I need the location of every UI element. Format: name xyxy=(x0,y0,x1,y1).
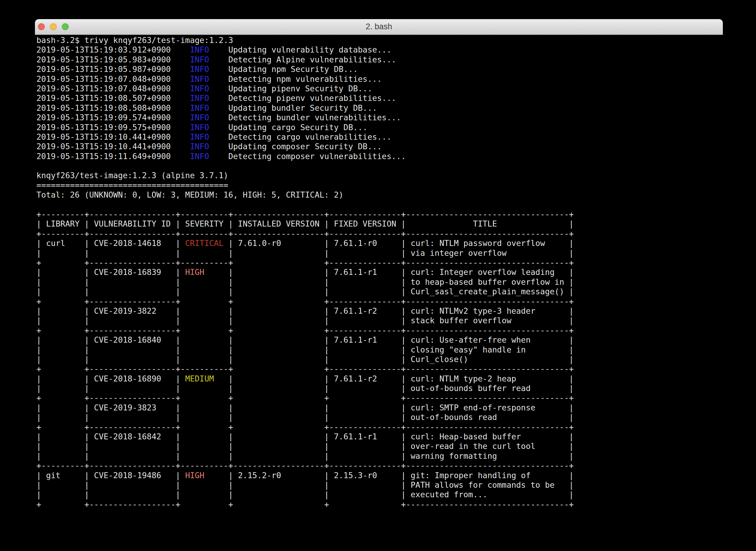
log-line: 2019-05-13T15:19:03.912+0900 INFO Updati… xyxy=(36,45,723,55)
log-timestamp: 2019-05-13T15:19:09.575+0900 xyxy=(36,123,171,132)
log-timestamp: 2019-05-13T15:19:03.912+0900 xyxy=(36,45,171,54)
blank-line xyxy=(36,161,723,171)
severity-cell: HIGH xyxy=(185,267,204,277)
table-border: +---------+------------------+----------… xyxy=(36,209,723,219)
prompt-line: bash-3.2$ trivy knqyf263/test-image:1.2.… xyxy=(36,35,723,45)
table-separator: + +------------------+----------+ +-----… xyxy=(36,258,723,267)
table-separator: + +------------------+ + + +------------… xyxy=(36,393,723,403)
log-timestamp: 2019-05-13T15:19:08.507+0900 xyxy=(36,93,171,103)
log-message: Detecting pipenv vulnerabilities... xyxy=(209,93,396,103)
log-level: INFO xyxy=(190,103,209,112)
log-line: 2019-05-13T15:19:05.983+0900 INFO Detect… xyxy=(36,55,723,64)
table-separator: + +------------------+ + +--------------… xyxy=(36,326,723,335)
title-bar[interactable]: 2. bash xyxy=(35,19,723,35)
log-message: Detecting bundler vulnerabilities... xyxy=(209,113,401,122)
log-message: Detecting composer vulnerabilities... xyxy=(209,152,406,161)
artifact-name: knqyf263/test-image:1.2.3 (alpine 3.7.1) xyxy=(36,171,229,180)
window-title: 2. bash xyxy=(35,19,723,34)
table-row-line: | | | | | | Curl_sasl_create_plain_messa… xyxy=(36,287,723,297)
log-timestamp: 2019-05-13T15:19:07.048+0900 xyxy=(36,74,171,84)
log-line: 2019-05-13T15:19:09.574+0900 INFO Detect… xyxy=(36,113,723,122)
table-row-line: | | CVE-2018-16839 | HIGH | | 7.61.1-r1 … xyxy=(36,267,723,277)
log-line: 2019-05-13T15:19:10.441+0900 INFO Updati… xyxy=(36,142,723,151)
vulnerability-summary: Total: 26 (UNKNOWN: 0, LOW: 3, MEDIUM: 1… xyxy=(36,190,343,199)
log-timestamp: 2019-05-13T15:19:11.649+0900 xyxy=(36,152,171,161)
log-level: INFO xyxy=(190,55,209,64)
log-line: 2019-05-13T15:19:11.649+0900 INFO Detect… xyxy=(36,152,723,161)
terminal-screen[interactable]: bash-3.2$ trivy knqyf263/test-image:1.2.… xyxy=(35,35,723,551)
log-level: INFO xyxy=(190,64,209,74)
terminal-output: bash-3.2$ trivy knqyf263/test-image:1.2.… xyxy=(36,35,723,509)
log-timestamp: 2019-05-13T15:19:09.574+0900 xyxy=(36,113,171,122)
log-line: 2019-05-13T15:19:08.507+0900 INFO Detect… xyxy=(36,93,723,103)
log-timestamp: 2019-05-13T15:19:05.983+0900 xyxy=(36,55,171,64)
artifact-underline: ======================================== xyxy=(36,180,723,190)
log-message: Updating composer Security DB... xyxy=(209,142,382,151)
table-row-line: | | | | | | PATH allows for commands to … xyxy=(36,480,723,490)
log-message: Detecting cargo vulnerabilities... xyxy=(209,132,391,141)
log-message: Updating cargo Security DB... xyxy=(209,123,367,132)
table-border: +---------+------------------+----------… xyxy=(36,229,723,238)
severity-cell: HIGH xyxy=(185,471,204,480)
log-message: Detecting npm vulnerabilities... xyxy=(209,74,382,84)
table-row-line: | | | | | | executed from... | xyxy=(36,490,723,499)
table-separator: +---------+------------------+----------… xyxy=(36,461,723,470)
log-level: INFO xyxy=(190,132,209,141)
table-separator: + +------------------+ + +--------------… xyxy=(36,297,723,306)
table-row-line: | | | | | | closing "easy" handle in | xyxy=(36,345,723,355)
table-row-line: | | | | | | stack buffer overflow | xyxy=(36,316,723,325)
table-row-line: | | | | | | warning formatting | xyxy=(36,451,723,461)
log-level: INFO xyxy=(190,74,209,84)
log-level: INFO xyxy=(190,45,209,54)
log-timestamp: 2019-05-13T15:19:07.048+0900 xyxy=(36,84,171,93)
log-line: 2019-05-13T15:19:09.575+0900 INFO Updati… xyxy=(36,123,723,132)
log-message: Updating bundler Security DB... xyxy=(209,103,377,112)
table-row-line: | | CVE-2019-3823 | | | | curl: SMTP end… xyxy=(36,403,723,413)
table-row-line: | git | CVE-2018-19486 | HIGH | 2.15.2-r… xyxy=(36,471,723,480)
table-row-line: | | CVE-2018-16840 | | | 7.61.1-r1 | cur… xyxy=(36,335,723,345)
table-row-line: | | | | | | to heap-based buffer overflo… xyxy=(36,277,723,287)
table-separator: + +------------------+----------+ +-----… xyxy=(36,364,723,374)
table-row-line: | | CVE-2018-16842 | | | 7.61.1-r1 | cur… xyxy=(36,432,723,442)
log-message: Updating vulnerability database... xyxy=(209,45,391,54)
log-line: 2019-05-13T15:19:10.441+0900 INFO Detect… xyxy=(36,132,723,142)
table-row-line: | | | | | | out-of-bounds read | xyxy=(36,413,723,422)
log-line: 2019-05-13T15:19:07.048+0900 INFO Updati… xyxy=(36,84,723,93)
log-message: Updating pipenv Security DB... xyxy=(209,84,372,93)
blank-line xyxy=(36,200,723,209)
log-level: INFO xyxy=(190,93,209,103)
log-message: Updating npm Security DB... xyxy=(209,64,358,74)
table-row-line: | | | | | | via integer overflow | xyxy=(36,248,723,258)
table-row-line: | curl | CVE-2018-14618 | CRITICAL | 7.6… xyxy=(36,238,723,248)
table-separator: + +------------------+ + + +------------… xyxy=(36,500,723,509)
log-level: INFO xyxy=(190,142,209,151)
severity-cell: MEDIUM xyxy=(185,374,214,383)
summary-line: Total: 26 (UNKNOWN: 0, LOW: 3, MEDIUM: 1… xyxy=(36,190,723,200)
log-line: 2019-05-13T15:19:05.987+0900 INFO Updati… xyxy=(36,64,723,74)
table-separator: + +------------------+ + +--------------… xyxy=(36,422,723,432)
log-level: INFO xyxy=(190,152,209,161)
table-row-line: | | CVE-2019-3822 | | | 7.61.1-r2 | curl… xyxy=(36,306,723,316)
terminal-window: 2. bash bash-3.2$ trivy knqyf263/test-im… xyxy=(35,19,723,551)
log-message: Detecting Alpine vulnerabilities... xyxy=(209,55,396,64)
log-line: 2019-05-13T15:19:08.508+0900 INFO Updati… xyxy=(36,103,723,113)
log-timestamp: 2019-05-13T15:19:05.987+0900 xyxy=(36,64,171,74)
log-timestamp: 2019-05-13T15:19:10.441+0900 xyxy=(36,132,171,141)
log-timestamp: 2019-05-13T15:19:10.441+0900 xyxy=(36,142,171,151)
log-level: INFO xyxy=(190,123,209,132)
artifact-line: knqyf263/test-image:1.2.3 (alpine 3.7.1) xyxy=(36,171,723,180)
table-row-line: | | | | | | over-read in the curl tool | xyxy=(36,442,723,451)
log-line: 2019-05-13T15:19:07.048+0900 INFO Detect… xyxy=(36,74,723,84)
log-level: INFO xyxy=(190,84,209,93)
log-timestamp: 2019-05-13T15:19:08.508+0900 xyxy=(36,103,171,112)
table-row-line: | | | | | | Curl_close() | xyxy=(36,355,723,364)
log-level: INFO xyxy=(190,113,209,122)
table-row-line: | | | | | | out-of-bounds buffer read | xyxy=(36,384,723,393)
table-header-row: | LIBRARY | VULNERABILITY ID | SEVERITY … xyxy=(36,219,723,228)
table-row-line: | | CVE-2018-16890 | MEDIUM | | 7.61.1-r… xyxy=(36,374,723,384)
severity-cell: CRITICAL xyxy=(185,238,224,248)
table-header-cells: | LIBRARY | VULNERABILITY ID | SEVERITY … xyxy=(36,219,574,228)
